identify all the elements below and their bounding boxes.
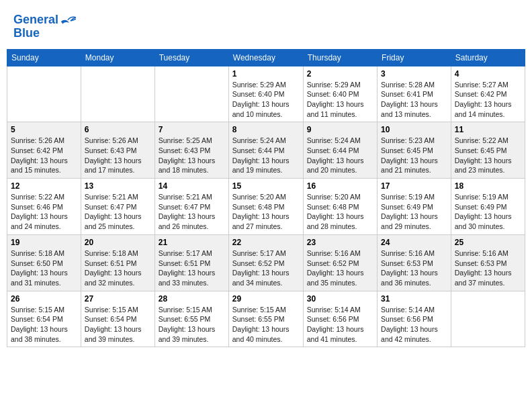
calendar-cell: 15Sunrise: 5:20 AM Sunset: 6:48 PM Dayli… (228, 179, 303, 235)
day-number: 31 (381, 294, 447, 304)
calendar-cell: 3Sunrise: 5:28 AM Sunset: 6:41 PM Daylig… (378, 66, 451, 122)
day-number: 29 (232, 294, 300, 304)
calendar-cell: 20Sunrise: 5:18 AM Sunset: 6:51 PM Dayli… (81, 234, 154, 291)
calendar-cell: 29Sunrise: 5:15 AM Sunset: 6:55 PM Dayli… (228, 291, 303, 347)
calendar-cell: 18Sunrise: 5:19 AM Sunset: 6:49 PM Dayli… (451, 179, 525, 235)
calendar-week-row-2: 5Sunrise: 5:26 AM Sunset: 6:42 PM Daylig… (7, 122, 525, 179)
calendar-cell: 24Sunrise: 5:16 AM Sunset: 6:53 PM Dayli… (378, 234, 451, 291)
logo-blue: Blue (13, 26, 40, 40)
calendar-cell (154, 66, 228, 122)
day-number: 28 (159, 294, 225, 304)
day-info: Sunrise: 5:19 AM Sunset: 6:49 PM Dayligh… (455, 192, 521, 232)
day-info: Sunrise: 5:29 AM Sunset: 6:40 PM Dayligh… (232, 80, 300, 120)
weekday-header-tuesday: Tuesday (154, 49, 228, 66)
calendar-week-row-4: 19Sunrise: 5:18 AM Sunset: 6:50 PM Dayli… (7, 234, 525, 291)
day-number: 12 (11, 181, 77, 191)
calendar-cell: 16Sunrise: 5:20 AM Sunset: 6:48 PM Dayli… (303, 179, 377, 235)
day-number: 27 (85, 294, 151, 304)
day-info: Sunrise: 5:27 AM Sunset: 6:42 PM Dayligh… (455, 80, 521, 120)
calendar-cell: 6Sunrise: 5:26 AM Sunset: 6:43 PM Daylig… (81, 122, 154, 179)
day-number: 5 (11, 125, 77, 134)
calendar-cell: 17Sunrise: 5:19 AM Sunset: 6:49 PM Dayli… (378, 179, 451, 235)
calendar-cell: 31Sunrise: 5:14 AM Sunset: 6:56 PM Dayli… (378, 291, 451, 347)
day-number: 14 (159, 181, 225, 191)
weekday-header-saturday: Saturday (451, 49, 525, 66)
calendar-cell: 25Sunrise: 5:16 AM Sunset: 6:53 PM Dayli… (451, 234, 525, 291)
day-info: Sunrise: 5:25 AM Sunset: 6:43 PM Dayligh… (159, 136, 225, 175)
day-info: Sunrise: 5:24 AM Sunset: 6:44 PM Dayligh… (232, 136, 300, 175)
calendar-cell: 11Sunrise: 5:22 AM Sunset: 6:45 PM Dayli… (451, 122, 525, 179)
day-number: 16 (307, 181, 373, 191)
day-info: Sunrise: 5:16 AM Sunset: 6:53 PM Dayligh… (455, 248, 521, 288)
day-info: Sunrise: 5:26 AM Sunset: 6:42 PM Dayligh… (11, 136, 77, 175)
day-info: Sunrise: 5:15 AM Sunset: 6:54 PM Dayligh… (11, 305, 77, 345)
day-info: Sunrise: 5:20 AM Sunset: 6:48 PM Dayligh… (307, 192, 373, 232)
calendar-table: SundayMondayTuesdayWednesdayThursdayFrid… (7, 49, 525, 348)
day-info: Sunrise: 5:14 AM Sunset: 6:56 PM Dayligh… (307, 305, 373, 345)
calendar-cell (451, 291, 525, 347)
calendar-cell: 13Sunrise: 5:21 AM Sunset: 6:47 PM Dayli… (81, 179, 154, 235)
day-info: Sunrise: 5:16 AM Sunset: 6:52 PM Dayligh… (307, 248, 373, 288)
day-number: 10 (381, 125, 447, 134)
calendar-cell: 7Sunrise: 5:25 AM Sunset: 6:43 PM Daylig… (154, 122, 228, 179)
day-info: Sunrise: 5:29 AM Sunset: 6:40 PM Dayligh… (307, 80, 373, 120)
calendar-week-row-5: 26Sunrise: 5:15 AM Sunset: 6:54 PM Dayli… (7, 291, 525, 347)
logo-general: General (13, 13, 58, 26)
calendar-week-row-1: 1Sunrise: 5:29 AM Sunset: 6:40 PM Daylig… (7, 66, 525, 122)
day-info: Sunrise: 5:21 AM Sunset: 6:47 PM Dayligh… (159, 192, 225, 232)
day-number: 18 (455, 181, 521, 191)
day-info: Sunrise: 5:22 AM Sunset: 6:45 PM Dayligh… (455, 136, 521, 175)
calendar-cell: 28Sunrise: 5:15 AM Sunset: 6:55 PM Dayli… (154, 291, 228, 347)
logo-text: General Blue (13, 13, 58, 40)
calendar-cell: 10Sunrise: 5:23 AM Sunset: 6:45 PM Dayli… (378, 122, 451, 179)
day-info: Sunrise: 5:14 AM Sunset: 6:56 PM Dayligh… (381, 305, 447, 345)
day-info: Sunrise: 5:21 AM Sunset: 6:47 PM Dayligh… (85, 192, 151, 232)
day-info: Sunrise: 5:17 AM Sunset: 6:52 PM Dayligh… (232, 248, 300, 288)
day-info: Sunrise: 5:17 AM Sunset: 6:51 PM Dayligh… (159, 248, 225, 288)
page-header: General Blue (7, 7, 525, 44)
calendar-cell: 5Sunrise: 5:26 AM Sunset: 6:42 PM Daylig… (7, 122, 81, 179)
weekday-header-monday: Monday (81, 49, 154, 66)
calendar-cell: 8Sunrise: 5:24 AM Sunset: 6:44 PM Daylig… (228, 122, 303, 179)
day-info: Sunrise: 5:15 AM Sunset: 6:55 PM Dayligh… (232, 305, 300, 345)
day-number: 26 (11, 294, 77, 304)
day-number: 20 (85, 238, 151, 247)
day-info: Sunrise: 5:24 AM Sunset: 6:44 PM Dayligh… (307, 136, 373, 175)
day-info: Sunrise: 5:26 AM Sunset: 6:43 PM Dayligh… (85, 136, 151, 175)
calendar-cell: 22Sunrise: 5:17 AM Sunset: 6:52 PM Dayli… (228, 234, 303, 291)
day-info: Sunrise: 5:19 AM Sunset: 6:49 PM Dayligh… (381, 192, 447, 232)
calendar-week-row-3: 12Sunrise: 5:22 AM Sunset: 6:46 PM Dayli… (7, 179, 525, 235)
logo-bird-icon (60, 15, 76, 27)
day-number: 25 (455, 238, 521, 247)
day-number: 19 (11, 238, 77, 247)
day-info: Sunrise: 5:16 AM Sunset: 6:53 PM Dayligh… (381, 248, 447, 288)
day-number: 15 (232, 181, 300, 191)
day-number: 1 (232, 69, 300, 79)
day-number: 6 (85, 125, 151, 134)
day-number: 24 (381, 238, 447, 247)
day-info: Sunrise: 5:15 AM Sunset: 6:54 PM Dayligh… (85, 305, 151, 345)
calendar-cell: 14Sunrise: 5:21 AM Sunset: 6:47 PM Dayli… (154, 179, 228, 235)
calendar-cell: 26Sunrise: 5:15 AM Sunset: 6:54 PM Dayli… (7, 291, 81, 347)
weekday-header-row: SundayMondayTuesdayWednesdayThursdayFrid… (7, 49, 525, 66)
weekday-header-wednesday: Wednesday (228, 49, 303, 66)
day-number: 3 (381, 69, 447, 79)
day-number: 4 (455, 69, 521, 79)
calendar-cell: 2Sunrise: 5:29 AM Sunset: 6:40 PM Daylig… (303, 66, 377, 122)
day-number: 30 (307, 294, 373, 304)
day-number: 17 (381, 181, 447, 191)
day-number: 22 (232, 238, 300, 247)
day-info: Sunrise: 5:20 AM Sunset: 6:48 PM Dayligh… (232, 192, 300, 232)
logo: General Blue (13, 13, 76, 40)
calendar-cell: 12Sunrise: 5:22 AM Sunset: 6:46 PM Dayli… (7, 179, 81, 235)
weekday-header-thursday: Thursday (303, 49, 377, 66)
calendar-cell (7, 66, 81, 122)
day-number: 8 (232, 125, 300, 134)
day-info: Sunrise: 5:23 AM Sunset: 6:45 PM Dayligh… (381, 136, 447, 175)
weekday-header-friday: Friday (378, 49, 451, 66)
calendar-cell: 21Sunrise: 5:17 AM Sunset: 6:51 PM Dayli… (154, 234, 228, 291)
calendar-cell: 30Sunrise: 5:14 AM Sunset: 6:56 PM Dayli… (303, 291, 377, 347)
day-info: Sunrise: 5:28 AM Sunset: 6:41 PM Dayligh… (381, 80, 447, 120)
calendar-cell: 27Sunrise: 5:15 AM Sunset: 6:54 PM Dayli… (81, 291, 154, 347)
calendar-cell: 9Sunrise: 5:24 AM Sunset: 6:44 PM Daylig… (303, 122, 377, 179)
